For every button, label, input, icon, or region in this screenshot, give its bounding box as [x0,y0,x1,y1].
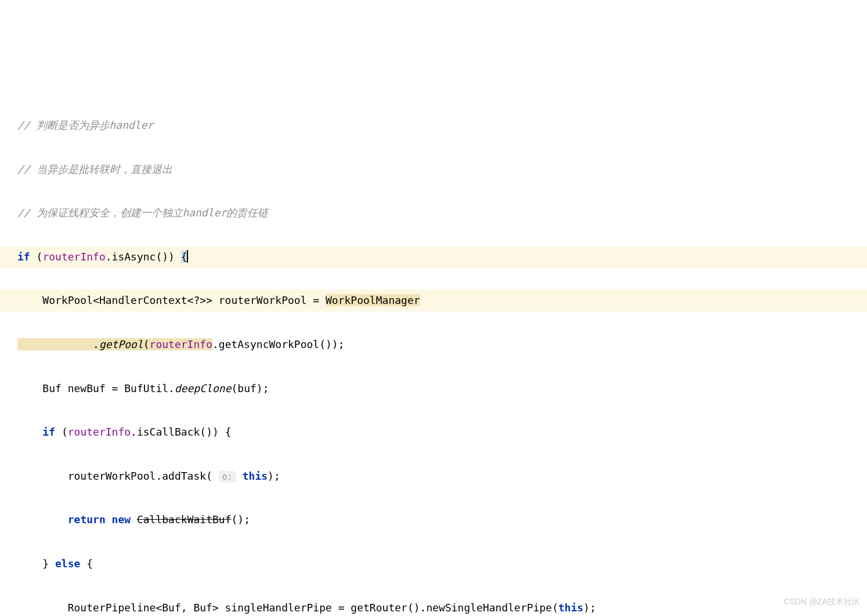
text: .isCallBack()) { [131,426,231,438]
comment: // 判断是否为异步handler [17,119,153,131]
text: ( [55,426,68,438]
code-editor[interactable]: // 判断是否为异步handler // 当异步是批转联时，直接退出 // 为保… [0,92,867,616]
cursor-icon [187,250,188,263]
text: RouterPipeline<Buf, Buf> singleHandlerPi… [17,601,558,614]
code-line: // 判断是否为异步handler [0,114,867,136]
method: getPool [99,338,143,350]
text: ); [268,470,280,482]
keyword-if: if [17,251,30,263]
text: .isAsync()) [106,251,181,263]
code-line: routerWorkPool.addTask( o: this); [0,465,867,487]
parameter-hint: o: [219,471,236,483]
field: routerInfo [150,338,212,350]
code-line: RouterPipeline<Buf, Buf> singleHandlerPi… [0,597,867,616]
text: . [17,338,99,350]
deprecated-class: CallbackWaitBuf [137,513,232,526]
keyword-if: if [42,426,55,438]
text: .getAsyncWorkPool()); [212,338,345,350]
text: ( [143,338,150,350]
code-line: Buf newBuf = BufUtil.deepClone(buf); [0,378,867,400]
text: ); [583,601,596,614]
text: routerWorkPool.addTask( [17,470,212,482]
code-line-highlighted: if (routerInfo.isAsync()) { [0,246,867,268]
text: WorkPool<HandlerContext<?>> routerWorkPo… [17,294,326,306]
keyword-new: new [112,513,131,526]
code-line: if (routerInfo.isCallBack()) { [0,421,867,443]
text: (); [232,513,251,526]
text: } [17,557,55,570]
text: (buf); [231,382,269,394]
keyword-this: this [558,601,583,614]
field: routerInfo [42,251,105,263]
text: { [80,557,93,570]
highlighted-identifier: WorkPoolManager [326,294,420,306]
comment: // 当异步是批转联时，直接退出 [17,163,172,175]
code-line: // 当异步是批转联时，直接退出 [0,158,867,180]
text: Buf newBuf = BufUtil. [17,382,175,394]
code-line: // 为保证线程安全，创建一个独立handler的责任链 [0,202,867,224]
keyword-return: return [68,513,106,526]
keyword-else: else [55,557,80,570]
code-line: } else { [0,553,867,575]
comment: // 为保证线程安全，创建一个独立handler的责任链 [17,206,268,219]
method: deepClone [175,382,232,394]
code-line: return new CallbackWaitBuf(); [0,509,867,531]
keyword-this: this [243,470,268,482]
code-line: .getPool(routerInfo.getAsyncWorkPool()); [0,334,867,356]
watermark: CSDN @ZA技术社区 [783,593,860,610]
code-line-highlighted: WorkPool<HandlerContext<?>> routerWorkPo… [0,289,867,311]
field: routerInfo [68,426,131,438]
